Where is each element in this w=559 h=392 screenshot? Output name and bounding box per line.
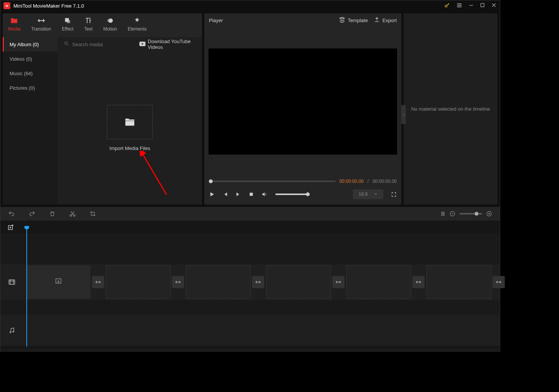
tab-motion[interactable]: Motion — [98, 13, 122, 37]
player-controls: 00:00:00.00 / 00:00:00.00 16:9 — [204, 176, 401, 205]
import-zone: Import Media Files — [58, 52, 202, 205]
titlebar: M MiniTool MovieMaker Free 7.1.0 — [0, 0, 500, 11]
transition-icon — [37, 16, 45, 25]
add-track-button[interactable] — [7, 224, 14, 233]
transition-slot[interactable] — [493, 276, 505, 288]
stop-button[interactable] — [249, 192, 254, 197]
category-videos[interactable]: Videos (0) — [3, 52, 58, 66]
menu-icon[interactable] — [456, 2, 462, 10]
clip-slot[interactable] — [266, 265, 331, 299]
export-button[interactable]: Export — [374, 17, 397, 24]
tab-elements[interactable]: Elements — [122, 13, 152, 37]
template-label: Template — [348, 18, 368, 23]
inspector-panel: › No material selected on the timeline — [404, 13, 498, 205]
zoom-thumb[interactable] — [475, 212, 478, 216]
next-frame-button[interactable] — [236, 192, 241, 197]
clip-strip — [26, 264, 496, 300]
player-title: Player — [209, 18, 333, 23]
split-button[interactable] — [69, 210, 76, 217]
volume-button[interactable] — [262, 191, 268, 197]
export-label: Export — [382, 18, 397, 23]
svg-point-19 — [10, 332, 11, 333]
search-icon — [64, 41, 69, 48]
playhead[interactable] — [26, 228, 27, 347]
timeline-gap — [0, 300, 500, 315]
video-track-icon — [0, 278, 23, 286]
seek-thumb[interactable] — [209, 179, 213, 183]
clip-slot[interactable] — [26, 265, 90, 299]
timeline-track-overlay — [0, 234, 500, 264]
category-label: Music (64) — [10, 71, 33, 76]
template-button[interactable]: Template — [339, 16, 368, 24]
transition-slot[interactable] — [252, 276, 264, 288]
close-button[interactable] — [491, 2, 497, 9]
seek-bar[interactable] — [209, 181, 336, 182]
svg-point-0 — [445, 5, 447, 7]
timeline — [0, 221, 500, 348]
zoom-in-button[interactable] — [486, 211, 492, 217]
fullscreen-button[interactable] — [391, 192, 397, 197]
tab-transition[interactable]: Transition — [26, 13, 57, 37]
time-separator: / — [367, 179, 368, 184]
svg-rect-3 — [67, 20, 70, 23]
category-label: Videos (0) — [10, 56, 32, 62]
inspector-collapse-toggle[interactable]: › — [401, 105, 406, 124]
redo-button[interactable] — [29, 210, 36, 217]
play-button[interactable] — [209, 191, 215, 197]
maximize-button[interactable] — [480, 3, 485, 9]
crop-button[interactable] — [90, 211, 96, 217]
svg-point-20 — [13, 331, 14, 332]
transition-slot[interactable] — [172, 276, 184, 288]
tab-effect[interactable]: Effect — [57, 13, 79, 37]
svg-rect-10 — [250, 193, 253, 196]
import-media-button[interactable] — [107, 105, 153, 139]
aspect-ratio-value: 16:9 — [359, 192, 367, 197]
player-header: Player Template Export — [204, 13, 401, 27]
main-area: Media Transition Effect Text Motion — [0, 11, 500, 207]
text-icon — [84, 16, 92, 25]
clip-slot[interactable] — [346, 265, 411, 299]
search-row: Download YouTube Videos — [58, 37, 202, 52]
search-input[interactable] — [72, 42, 136, 47]
key-icon[interactable] — [444, 2, 450, 10]
motion-icon — [106, 16, 114, 25]
elements-icon — [133, 16, 141, 25]
aspect-ratio-select[interactable]: 16:9 — [353, 189, 383, 199]
current-time: 00:00:00.00 — [339, 179, 364, 184]
youtube-icon — [139, 42, 145, 47]
tab-text[interactable]: Text — [79, 13, 98, 37]
fit-zoom-button[interactable] — [440, 211, 446, 216]
category-pictures[interactable]: Pictures (0) — [3, 81, 58, 95]
zoom-out-button[interactable] — [449, 211, 456, 217]
tab-elements-label: Elements — [128, 26, 147, 32]
download-youtube-button[interactable]: Download YouTube Videos — [139, 39, 196, 50]
delete-button[interactable] — [49, 211, 55, 217]
category-label: My Album (0) — [10, 42, 39, 47]
timeline-ruler[interactable] — [0, 221, 500, 234]
minimize-button[interactable] — [469, 3, 474, 9]
clip-slot[interactable] — [427, 265, 491, 299]
transition-slot[interactable] — [92, 276, 104, 288]
transition-slot[interactable] — [412, 276, 425, 288]
preview-canvas[interactable] — [208, 48, 397, 155]
volume-thumb[interactable] — [306, 192, 310, 196]
tab-text-label: Text — [84, 26, 92, 32]
category-my-album[interactable]: My Album (0) — [3, 37, 58, 52]
folder-add-icon — [124, 118, 135, 127]
zoom-slider[interactable] — [459, 213, 482, 215]
category-music[interactable]: Music (64) — [3, 66, 58, 81]
svg-point-5 — [107, 19, 110, 22]
transition-slot[interactable] — [332, 276, 344, 288]
svg-rect-13 — [442, 212, 443, 215]
svg-line-9 — [142, 153, 166, 195]
clip-slot[interactable] — [106, 265, 171, 299]
category-label: Pictures (0) — [10, 85, 35, 91]
clip-slot[interactable] — [186, 265, 251, 299]
prev-frame-button[interactable] — [223, 192, 228, 197]
top-tabs: Media Transition Effect Text Motion — [3, 13, 202, 37]
volume-slider[interactable] — [275, 194, 310, 195]
tab-media[interactable]: Media — [3, 13, 26, 37]
effect-icon — [63, 16, 72, 25]
player-panel: Player Template Export 00:00:00.00 / — [204, 13, 401, 205]
undo-button[interactable] — [8, 210, 15, 217]
